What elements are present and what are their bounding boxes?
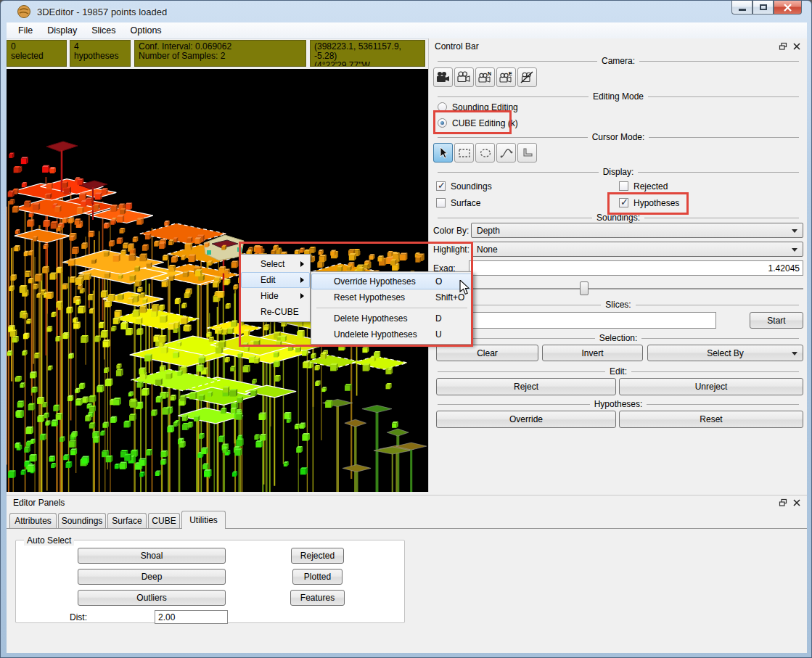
cursor-rectangle-button[interactable] <box>454 143 474 163</box>
exag-slider[interactable] <box>436 288 803 289</box>
checkbox-hypotheses[interactable] <box>619 198 628 207</box>
app-icon <box>17 4 31 19</box>
context-menu: Select Edit Hide Re-CUBE <box>240 254 311 322</box>
status-selected-label: selected <box>11 52 62 61</box>
editor-panels-close-button[interactable] <box>791 498 802 508</box>
exag-field[interactable] <box>469 260 803 276</box>
submenu-delete-hypotheses[interactable]: Delete HypothesesD <box>311 311 472 326</box>
section-cursor-mode: Cursor Mode: <box>433 132 803 142</box>
shortcut-label: U <box>435 329 442 340</box>
unreject-button[interactable]: Unreject <box>619 378 803 395</box>
camera-east-icon: E <box>499 70 514 84</box>
tab-utilities[interactable]: Utilities <box>181 511 226 529</box>
cursor-arrow-icon <box>436 147 451 160</box>
context-menu-select[interactable]: Select <box>241 256 310 272</box>
editor-panels-header[interactable]: Editor Panels <box>7 495 806 510</box>
submenu-arrow-icon <box>300 293 304 299</box>
rejected-button[interactable]: Rejected <box>291 548 344 564</box>
cursor-profile-button[interactable] <box>496 143 516 163</box>
status-num-samples: Number of Samples: 2 <box>139 52 302 61</box>
close-icon <box>784 4 792 12</box>
color-by-label: Color By: <box>433 223 469 238</box>
menu-display[interactable]: Display <box>40 23 84 38</box>
cursor-select-button[interactable] <box>433 143 453 163</box>
cursor-lasso-button[interactable] <box>475 143 495 163</box>
camera-disable-button[interactable] <box>517 67 537 87</box>
deep-button[interactable]: Deep <box>78 569 226 585</box>
tab-cube[interactable]: CUBE <box>148 513 180 528</box>
camera-east-button[interactable]: E <box>496 67 516 87</box>
context-menu-hide[interactable]: Hide <box>241 288 310 304</box>
status-coords-utm: (398223.1, 5361157.9, -5.28) <box>314 42 421 61</box>
radio-sounding-editing[interactable] <box>438 102 447 112</box>
checkbox-soundings[interactable] <box>436 181 446 191</box>
color-by-dropdown[interactable]: Depth <box>471 223 803 238</box>
checkbox-rejected-label: Rejected <box>633 180 668 192</box>
reset-button[interactable]: Reset <box>619 411 803 428</box>
select-by-button[interactable]: Select By <box>647 345 803 361</box>
menu-file[interactable]: File <box>11 23 40 38</box>
dist-label: Dist: <box>70 610 87 624</box>
tab-attributes[interactable]: Attributes <box>9 513 57 528</box>
svg-text:E: E <box>509 71 512 76</box>
close-button[interactable] <box>774 1 802 15</box>
checkbox-rejected[interactable] <box>619 181 628 191</box>
dist-input[interactable] <box>155 610 228 624</box>
context-menu-recube[interactable]: Re-CUBE <box>241 304 310 320</box>
minimize-button[interactable] <box>731 1 752 15</box>
auto-select-group-title: Auto Select <box>24 535 74 546</box>
override-button[interactable]: Override <box>436 411 616 428</box>
tab-soundings[interactable]: Soundings <box>58 513 106 528</box>
invert-button[interactable]: Invert <box>542 345 643 361</box>
menu-bar: File Display Slices Options <box>7 22 807 39</box>
control-bar-float-button[interactable] <box>777 41 788 52</box>
section-slices: Slices: <box>433 300 803 310</box>
submenu-undelete-hypotheses[interactable]: Undelete HypothesesU <box>311 326 472 342</box>
control-bar-close-button[interactable] <box>791 41 802 52</box>
menu-slices[interactable]: Slices <box>84 23 123 38</box>
radio-cube-editing-label: CUBE Editing (k) <box>452 117 518 129</box>
shoal-button[interactable]: Shoal <box>78 548 226 564</box>
camera-disabled-icon <box>520 70 535 84</box>
camera-north-button[interactable]: N <box>475 67 495 87</box>
checkbox-surface[interactable] <box>436 198 446 207</box>
control-bar-header[interactable]: Control Bar <box>429 39 806 54</box>
status-selected: 0 selected <box>7 40 67 67</box>
section-camera: Camera: <box>433 56 803 66</box>
highlight-dropdown[interactable]: None <box>471 242 803 257</box>
radio-cube-editing[interactable] <box>438 118 447 128</box>
status-hypotheses-label: hypotheses <box>74 52 126 61</box>
submenu-reset-hypotheses[interactable]: Reset HypothesesShift+O <box>311 289 472 305</box>
angle-measure-icon <box>520 147 535 160</box>
titlebar[interactable]: 3DEditor - 19857 points loaded <box>1 1 811 22</box>
menu-options[interactable]: Options <box>123 23 169 38</box>
shortcut-label: O <box>435 276 442 287</box>
exag-slider-handle[interactable] <box>580 281 589 295</box>
svg-text:N: N <box>488 71 491 76</box>
maximize-button[interactable] <box>752 1 774 15</box>
reject-button[interactable]: Reject <box>436 378 616 395</box>
camera-outline-button[interactable] <box>454 67 474 87</box>
section-editing-mode: Editing Mode <box>433 91 803 102</box>
editor-panels-float-button[interactable] <box>777 498 788 508</box>
minimize-icon <box>739 9 746 11</box>
tab-surface[interactable]: Surface <box>107 513 147 528</box>
plotted-button[interactable]: Plotted <box>292 569 343 585</box>
camera-north-icon: N <box>477 70 493 84</box>
app-window: 3DEditor - 19857 points loaded File Disp… <box>0 0 812 658</box>
chevron-down-icon <box>792 229 797 233</box>
context-menu-edit[interactable]: Edit <box>241 272 310 288</box>
highlight-label: Highlight: <box>433 242 469 257</box>
clear-button[interactable]: Clear <box>436 345 538 361</box>
cursor-angle-button[interactable] <box>517 143 537 163</box>
shortcut-label: Shift+O <box>435 292 464 303</box>
slices-start-button[interactable]: Start <box>750 312 803 329</box>
outliers-button[interactable]: Outliers <box>78 590 226 606</box>
submenu-override-hypotheses[interactable]: Override HypothesesO <box>311 274 472 289</box>
profile-line-icon <box>499 147 514 160</box>
status-hypotheses: 4 hypotheses <box>70 40 131 67</box>
features-button[interactable]: Features <box>290 590 345 606</box>
checkbox-hypotheses-label: Hypotheses <box>633 197 679 209</box>
slices-input[interactable] <box>436 312 716 329</box>
camera-home-button[interactable] <box>433 67 453 87</box>
